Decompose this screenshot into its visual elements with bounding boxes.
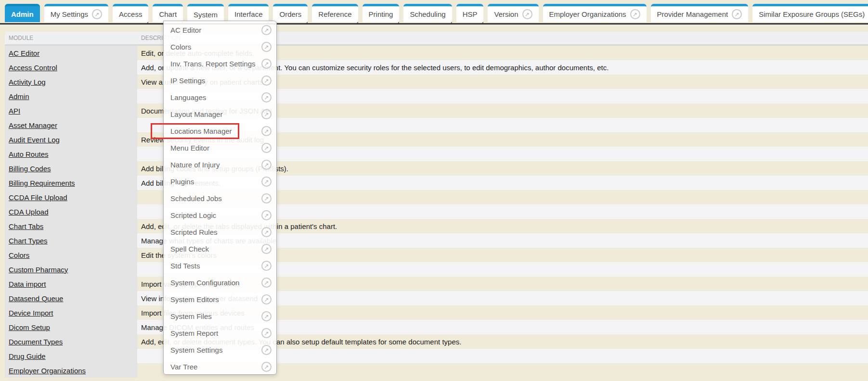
menu-item-system-settings[interactable]: System Settings↗ bbox=[164, 342, 276, 358]
table-row: Datasend QueueView information sent over… bbox=[5, 291, 868, 305]
module-cell: Billing Codes bbox=[5, 161, 137, 176]
module-link-ccda-file-upload[interactable]: CCDA File Upload bbox=[9, 193, 67, 202]
tab-orders[interactable]: Orders bbox=[273, 4, 308, 22]
external-link-icon[interactable]: ↗ bbox=[261, 76, 272, 86]
module-link-colors[interactable]: Colors bbox=[9, 251, 29, 259]
menu-item-languages[interactable]: Languages↗ bbox=[164, 89, 276, 106]
module-cell: AC Editor bbox=[5, 46, 137, 60]
table-row: Document TypesAdd, edit, or delete docum… bbox=[5, 334, 868, 349]
external-link-icon[interactable]: ↗ bbox=[261, 193, 272, 203]
menu-item-system-report[interactable]: System Report↗ bbox=[164, 325, 276, 342]
tab-label: Admin bbox=[11, 10, 34, 18]
tab-scheduling[interactable]: Scheduling bbox=[403, 4, 452, 22]
external-link-icon[interactable]: ↗ bbox=[261, 25, 272, 35]
module-link-datasend-queue[interactable]: Datasend Queue bbox=[9, 294, 63, 303]
module-link-audit-event-log[interactable]: Audit Event Log bbox=[9, 136, 60, 144]
module-link-chart-types[interactable]: Chart Types bbox=[9, 237, 48, 245]
menu-item-system-editors[interactable]: System Editors↗ bbox=[164, 291, 276, 308]
module-cell: CDA Upload bbox=[5, 204, 137, 219]
menu-item-std-tests[interactable]: Std Tests↗ bbox=[164, 257, 276, 274]
tab-provider-management[interactable]: Provider Management↗ bbox=[651, 4, 749, 22]
tab-label: Chart bbox=[159, 10, 177, 18]
menu-item-nature-of-injury[interactable]: Nature of Injury↗ bbox=[164, 156, 276, 173]
tab-hsp[interactable]: HSP bbox=[456, 4, 484, 22]
external-link-icon[interactable]: ↗ bbox=[261, 244, 272, 254]
menu-item-colors[interactable]: Colors↗ bbox=[164, 38, 276, 55]
external-link-icon[interactable]: ↗ bbox=[261, 160, 272, 170]
menu-item-system-configuration[interactable]: System Configuration↗ bbox=[164, 274, 276, 291]
external-link-icon[interactable]: ↗ bbox=[261, 311, 272, 321]
module-link-dicom-setup[interactable]: Dicom Setup bbox=[9, 323, 50, 331]
external-link-icon[interactable]: ↗ bbox=[261, 109, 272, 119]
module-link-employer-organizations[interactable]: Employer Organizations bbox=[9, 367, 86, 375]
external-link-icon[interactable]: ↗ bbox=[261, 42, 272, 52]
tab-reference[interactable]: Reference bbox=[312, 4, 358, 22]
tab-my-settings[interactable]: My Settings↗ bbox=[44, 4, 108, 22]
tab-interface[interactable]: Interface bbox=[228, 4, 269, 22]
external-link-icon[interactable]: ↗ bbox=[261, 126, 272, 136]
tab-printing[interactable]: Printing bbox=[363, 4, 400, 22]
external-link-icon[interactable]: ↗ bbox=[261, 227, 272, 237]
menu-item-scripted-logic[interactable]: Scripted Logic↗ bbox=[164, 207, 276, 224]
external-link-icon[interactable]: ↗ bbox=[261, 59, 272, 69]
module-link-chart-tabs[interactable]: Chart Tabs bbox=[9, 222, 43, 230]
external-link-icon[interactable]: ↗ bbox=[261, 177, 272, 187]
external-link-icon[interactable]: ↗ bbox=[261, 362, 272, 372]
tab-chart[interactable]: Chart bbox=[153, 4, 183, 22]
menu-item-inv-trans-report-settings[interactable]: Inv. Trans. Report Settings↗ bbox=[164, 55, 276, 72]
menu-item-var-tree[interactable]: Var Tree↗ bbox=[164, 358, 276, 375]
external-link-icon[interactable]: ↗ bbox=[261, 143, 272, 153]
menu-item-layout-manager[interactable]: Layout Manager↗ bbox=[164, 106, 276, 123]
table-row: Audit Event LogReview security events in… bbox=[5, 132, 868, 147]
external-link-icon[interactable]: ↗ bbox=[261, 92, 272, 102]
external-link-icon[interactable]: ↗ bbox=[261, 294, 272, 305]
tab-version[interactable]: Version↗ bbox=[488, 4, 538, 22]
tab-admin[interactable]: Admin bbox=[5, 4, 40, 22]
module-link-auto-routes[interactable]: Auto Routes bbox=[9, 150, 49, 158]
module-link-access-control[interactable]: Access Control bbox=[9, 64, 57, 72]
menu-item-scheduled-jobs[interactable]: Scheduled Jobs↗ bbox=[164, 190, 276, 207]
tab-similar-exposure-groups-segs[interactable]: Similar Exposure Groups (SEGs)↗ bbox=[752, 4, 868, 22]
menu-item-ip-settings[interactable]: IP Settings↗ bbox=[164, 72, 276, 89]
menu-item-ac-editor[interactable]: AC Editor↗ bbox=[164, 22, 276, 38]
nav-divider-line bbox=[0, 23, 868, 25]
menu-item-system-files[interactable]: System Files↗ bbox=[164, 308, 276, 325]
module-link-device-import[interactable]: Device Import bbox=[9, 309, 53, 317]
module-link-billing-codes[interactable]: Billing Codes bbox=[9, 165, 51, 173]
external-link-icon[interactable]: ↗ bbox=[261, 278, 272, 288]
external-link-icon[interactable]: ↗ bbox=[261, 345, 272, 355]
module-link-cda-upload[interactable]: CDA Upload bbox=[9, 208, 49, 216]
module-link-document-types[interactable]: Document Types bbox=[9, 338, 63, 346]
external-link-icon[interactable]: ↗ bbox=[261, 210, 272, 220]
menu-item-locations-manager[interactable]: Locations Manager↗ bbox=[164, 123, 276, 140]
table-row: Employer Organizations bbox=[5, 363, 868, 378]
tab-system[interactable]: System bbox=[187, 4, 224, 23]
menu-item-label: Inv. Trans. Report Settings bbox=[170, 60, 261, 68]
tab-access[interactable]: Access bbox=[113, 4, 148, 22]
module-link-billing-requirements[interactable]: Billing Requirements bbox=[9, 179, 75, 187]
menu-item-spell-check[interactable]: Spell Check↗ bbox=[164, 241, 276, 257]
module-link-data-import[interactable]: Data import bbox=[9, 280, 46, 288]
module-link-drug-guide[interactable]: Drug Guide bbox=[9, 352, 46, 360]
module-link-custom-pharmacy[interactable]: Custom Pharmacy bbox=[9, 266, 68, 274]
external-link-icon[interactable]: ↗ bbox=[261, 328, 272, 338]
table-body: AC EditorEdit, or delete auto-complete f… bbox=[5, 46, 868, 378]
module-link-activity-log[interactable]: Activity Log bbox=[9, 78, 46, 86]
tab-employer-organizations[interactable]: Employer Organizations↗ bbox=[543, 4, 647, 22]
menu-item-label: System Settings bbox=[170, 346, 261, 354]
module-link-ac-editor[interactable]: AC Editor bbox=[9, 49, 39, 57]
menu-item-scripted-rules[interactable]: Scripted Rules↗ bbox=[164, 224, 276, 241]
external-link-icon[interactable]: ↗ bbox=[92, 9, 102, 19]
menu-item-plugins[interactable]: Plugins↗ bbox=[164, 173, 276, 190]
menu-item-menu-editor[interactable]: Menu Editor↗ bbox=[164, 140, 276, 156]
module-link-api[interactable]: API bbox=[9, 107, 20, 115]
menu-item-label: AC Editor bbox=[170, 26, 261, 34]
module-link-admin[interactable]: Admin bbox=[9, 92, 29, 101]
module-cell: Datasend Queue bbox=[5, 291, 137, 305]
external-link-icon[interactable]: ↗ bbox=[261, 261, 272, 271]
module-cell: Colors bbox=[5, 248, 137, 262]
module-link-asset-manager[interactable]: Asset Manager bbox=[9, 121, 57, 129]
external-link-icon[interactable]: ↗ bbox=[732, 9, 742, 19]
external-link-icon[interactable]: ↗ bbox=[630, 9, 640, 19]
external-link-icon[interactable]: ↗ bbox=[522, 9, 532, 19]
